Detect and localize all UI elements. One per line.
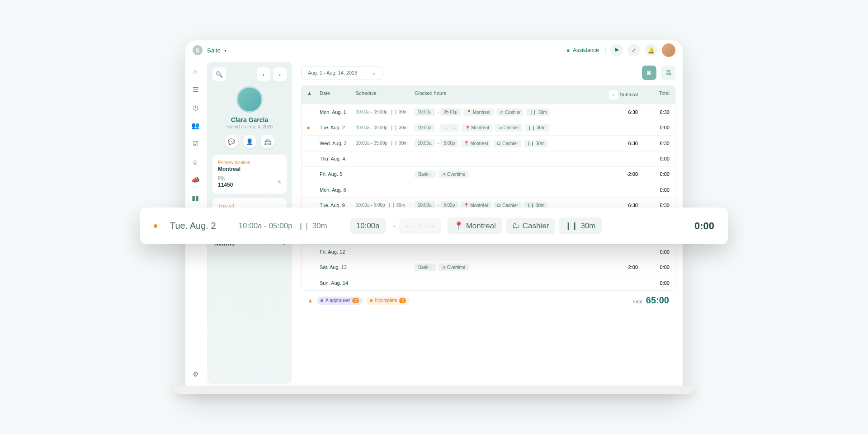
table-header: ▲ Date Schedule Clocked hours ‹Subtotal … — [302, 86, 675, 104]
person-icon[interactable]: 👤 — [243, 135, 256, 148]
chat-icon[interactable]: 💬 — [225, 135, 238, 148]
topbar: S Salto ▾ ●Assistance ⚑ ✓ 🔔 — [185, 40, 683, 60]
chat-icon: ● — [566, 47, 570, 54]
clock-out-empty[interactable]: - - : - - — [399, 218, 441, 234]
chart-icon[interactable]: ▮▮ — [191, 194, 199, 202]
smile-icon[interactable]: ☺ — [191, 158, 199, 166]
table-row[interactable]: Thu. Aug. 40:00 — [302, 151, 675, 166]
location-pill[interactable]: 📍Montreal — [448, 217, 502, 234]
pause-icon: ❙❙ — [565, 221, 578, 231]
warning-icon: ▲ — [307, 297, 313, 304]
export-button[interactable]: 🗎 — [642, 66, 656, 80]
assistance-link[interactable]: ●Assistance — [566, 47, 606, 54]
profile: Clara Garcia Invited on Feb. 4, 2020 💬 👤… — [212, 86, 287, 148]
role-pill[interactable]: 🗂Cashier — [506, 218, 556, 234]
briefcase-icon: 🗂 — [512, 222, 520, 231]
profile-name: Clara Garcia — [212, 116, 287, 123]
pause-icon: ❙❙ — [298, 222, 310, 230]
edit-icon[interactable]: ✎ — [277, 179, 281, 185]
table-row[interactable]: Mon. Aug. 110:00a - 05:00p ❙❙30m10:00a-0… — [302, 104, 675, 120]
collapse-icon[interactable]: ‹ — [609, 90, 618, 99]
megaphone-icon[interactable]: 📣 — [191, 176, 199, 184]
avatar[interactable] — [662, 43, 675, 57]
contact-icon[interactable]: 📇 — [261, 135, 274, 148]
incomplete-badge[interactable]: Incomplète2 — [366, 297, 410, 305]
timesheet-table: ▲ Date Schedule Clocked hours ‹Subtotal … — [301, 85, 675, 291]
home-icon[interactable]: ⌂ — [191, 67, 199, 75]
bell-icon[interactable]: 🔔 — [645, 44, 657, 57]
date-range-select[interactable]: Aug. 1 - Aug. 14, 2023⌄ — [301, 66, 382, 80]
profile-invited: Invited on Feb. 4, 2020 — [212, 124, 287, 129]
app-window: S Salto ▾ ●Assistance ⚑ ✓ 🔔 ⌂ ☰ ◷ 👥 ☑ ☺ … — [185, 40, 683, 394]
overlay-schedule: 10:00a - 05:00p — [239, 222, 292, 231]
brand-logo-icon: S — [193, 45, 203, 55]
next-button[interactable]: › — [273, 67, 287, 81]
prev-button[interactable]: ‹ — [257, 67, 270, 81]
laptop-base — [172, 386, 696, 394]
table-row[interactable]: Fri. Aug. 120:00 — [302, 244, 675, 259]
status-dot-icon — [154, 224, 157, 228]
approve-badge[interactable]: À approuver2 — [317, 297, 363, 305]
search-icon[interactable]: 🔍 — [212, 67, 226, 81]
brand-name[interactable]: Salto — [207, 47, 221, 54]
list-icon[interactable]: ☰ — [191, 85, 199, 94]
table-row[interactable]: Tue. Aug. 210:00a - 05:00p ❙❙30m10:00a--… — [302, 120, 675, 136]
pause-pill[interactable]: ❙❙30m — [559, 217, 602, 234]
chevron-down-icon: ⌄ — [372, 70, 376, 76]
clock-icon[interactable]: ◷ — [191, 104, 199, 112]
table-row[interactable]: Sat. Aug. 13Bank ↑ ◔ Overtime-2:000:00 — [302, 259, 675, 275]
location-card: Primary location Montreal PIN 11450 ✎ — [212, 155, 287, 193]
gear-icon[interactable]: ⚙ — [191, 370, 199, 378]
pin-icon: 📍 — [454, 221, 463, 231]
chevron-down-icon[interactable]: ▾ — [224, 48, 226, 53]
gift-icon[interactable]: ⚑ — [610, 44, 623, 57]
row-detail-overlay: Tue. Aug. 2 10:00a - 05:00p ❙❙ 30m 10:00… — [140, 208, 728, 244]
print-button[interactable]: 🖶 — [661, 66, 675, 80]
overlay-total: 0:00 — [694, 220, 714, 232]
check-icon[interactable]: ✓ — [627, 44, 640, 57]
overlay-date: Tue. Aug. 2 — [170, 221, 216, 231]
table-row[interactable]: Wed. Aug. 310:00a - 05:00p ❙❙30m10:00a-5… — [302, 135, 675, 151]
clock-in-pill[interactable]: 10:00a — [350, 218, 386, 234]
table-row[interactable]: Sun. Aug. 140:00 — [302, 275, 675, 290]
people-icon[interactable]: 👥 — [191, 122, 199, 130]
profile-avatar[interactable] — [236, 86, 263, 113]
table-row[interactable]: Fri. Aug. 5Bank ↑ ◔ Overtime-2:000:00 — [302, 166, 675, 182]
alert-icon: ▲ — [307, 90, 320, 99]
check-square-icon[interactable]: ☑ — [191, 140, 199, 148]
table-row[interactable]: Mon. Aug. 80:00 — [302, 182, 675, 197]
table-footer: ▲ À approuver2 Incomplète2 Total65:00 — [301, 291, 675, 310]
